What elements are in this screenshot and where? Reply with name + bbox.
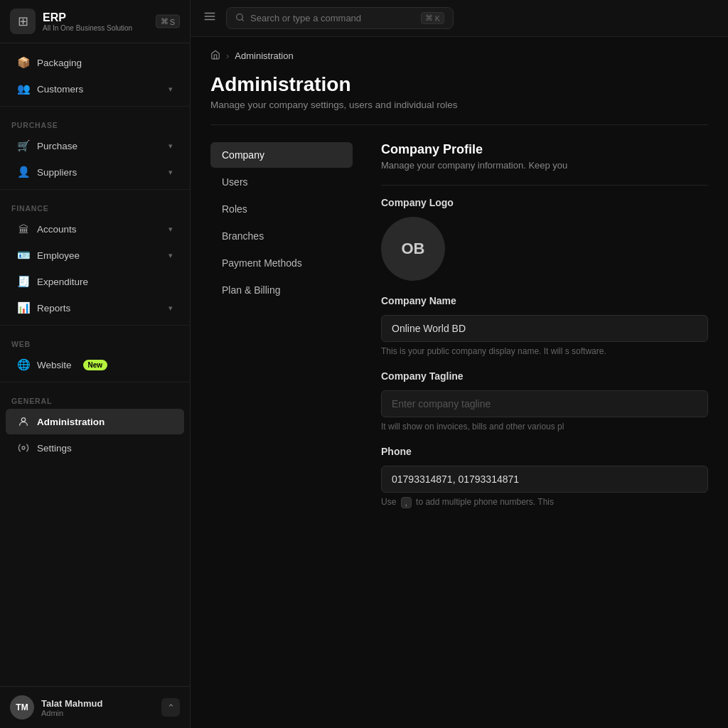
sidebar-item-label: Employee [37, 250, 80, 261]
divider [0, 325, 190, 326]
search-bar[interactable]: ⌘ K [226, 7, 454, 29]
chevron-down-icon: ▾ [168, 141, 173, 151]
app-logo-icon: ⊞ [10, 9, 36, 34]
company-name-group: Company Name This is your public company… [381, 295, 708, 356]
sidebar-navigation: 📦 Packaging 👥 Customers ▾ PURCHASE 🛒 Pur… [0, 43, 190, 686]
content-area: › Administration Administration Manage y… [191, 37, 728, 728]
app-tagline: All In One Business Solution [43, 24, 132, 32]
sidebar-item-administration[interactable]: Administration [6, 409, 184, 434]
search-icon [235, 13, 245, 24]
suppliers-icon: 👤 [17, 166, 30, 178]
new-badge: New [83, 360, 108, 370]
comma-badge: , [401, 497, 412, 508]
app-name: ERP [43, 11, 132, 24]
admin-nav-branches[interactable]: Branches [210, 223, 353, 249]
administration-icon [17, 415, 30, 428]
home-icon[interactable] [210, 50, 220, 62]
sidebar-item-label: Packaging [37, 58, 82, 68]
menu-icon[interactable] [203, 10, 216, 26]
admin-nav-plan-billing[interactable]: Plan & Billing [210, 277, 353, 303]
company-tagline-label: Company Tagline [381, 370, 708, 382]
company-phone-label: Phone [381, 446, 708, 457]
sidebar-item-purchase[interactable]: 🛒 Purchase ▾ [6, 133, 184, 159]
breadcrumb-separator: › [226, 50, 229, 61]
admin-nav: Company Users Roles Branches Payment Met… [210, 142, 353, 523]
app-logo-text: ERP All In One Business Solution [43, 11, 132, 32]
company-logo[interactable]: OB [381, 217, 445, 281]
settings-icon [17, 441, 30, 454]
sidebar-item-label: Administration [37, 417, 105, 427]
company-phone-input[interactable] [381, 466, 708, 493]
user-info: Talat Mahmud Admin [41, 698, 154, 717]
chevron-down-icon: ▾ [168, 168, 173, 177]
accounts-icon: 🏛 [17, 223, 30, 235]
company-tagline-group: Company Tagline It will show on invoices… [381, 370, 708, 432]
user-role: Admin [41, 709, 154, 717]
page-header: Administration Manage your company setti… [191, 62, 728, 124]
expenditure-icon: 🧾 [17, 275, 30, 288]
sidebar-item-label: Accounts [37, 224, 77, 235]
company-logo-label: Company Logo [381, 197, 708, 208]
company-logo-group: Company Logo OB [381, 197, 708, 281]
sidebar-item-label: Website [37, 360, 72, 370]
sidebar-item-label: Customers [37, 84, 83, 95]
user-expand-button[interactable]: ⌃ [161, 698, 180, 717]
user-footer: TM Talat Mahmud Admin ⌃ [0, 686, 190, 728]
sidebar-item-label: Reports [37, 303, 70, 314]
admin-body: Company Users Roles Branches Payment Met… [191, 125, 728, 540]
company-name-label: Company Name [381, 295, 708, 306]
sidebar-item-customers[interactable]: 👥 Customers ▾ [6, 76, 184, 102]
hint-suffix: to add multiple phone numbers. This [416, 497, 554, 507]
admin-nav-payment-methods[interactable]: Payment Methods [210, 250, 353, 276]
admin-nav-users[interactable]: Users [210, 169, 353, 195]
chevron-down-icon: ▾ [168, 304, 173, 313]
sidebar-item-label: Purchase [37, 141, 77, 151]
sidebar-shortcut: ⌘ S [156, 15, 180, 28]
company-name-input[interactable] [381, 315, 708, 342]
website-icon: 🌐 [17, 358, 30, 371]
user-name: Talat Mahmud [41, 698, 154, 709]
employee-icon: 🪪 [17, 249, 30, 262]
sidebar-item-label: Expenditure [37, 277, 88, 287]
hint-prefix: Use [381, 497, 396, 507]
sidebar-item-suppliers[interactable]: 👤 Suppliers ▾ [6, 159, 184, 185]
divider [0, 382, 190, 382]
chevron-down-icon: ▾ [168, 225, 173, 234]
packaging-icon: 📦 [17, 56, 30, 69]
company-phone-group: Phone Use , to add multiple phone number… [381, 446, 708, 508]
customers-icon: 👥 [17, 82, 30, 95]
sidebar-item-expenditure[interactable]: 🧾 Expenditure [6, 269, 184, 294]
avatar: TM [10, 695, 34, 719]
sidebar-item-label: Settings [37, 443, 72, 454]
search-input[interactable] [250, 13, 415, 23]
svg-point-1 [22, 446, 25, 449]
company-profile-desc: Manage your company information. Keep yo… [381, 160, 708, 171]
field-divider [381, 185, 708, 186]
sidebar-item-settings[interactable]: Settings [6, 435, 184, 461]
main-content: ⌘ K › Administration Administration Mana… [191, 0, 728, 728]
company-tagline-input[interactable] [381, 390, 708, 417]
divider [0, 106, 190, 107]
svg-point-0 [21, 418, 25, 422]
chevron-down-icon: ▾ [168, 251, 173, 260]
purchase-icon: 🛒 [17, 139, 30, 152]
sidebar-item-accounts[interactable]: 🏛 Accounts ▾ [6, 216, 184, 242]
company-name-hint: This is your public company display name… [381, 346, 708, 356]
divider [0, 189, 190, 190]
sidebar-item-label: Suppliers [37, 167, 77, 178]
svg-line-6 [242, 19, 243, 21]
sidebar-item-reports[interactable]: 📊 Reports ▾ [6, 295, 184, 321]
admin-nav-roles[interactable]: Roles [210, 196, 353, 222]
sidebar-item-website[interactable]: 🌐 Website New [6, 352, 184, 378]
breadcrumb-current: Administration [235, 50, 293, 61]
sidebar-item-employee[interactable]: 🪪 Employee ▾ [6, 242, 184, 268]
company-profile-title: Company Profile [381, 142, 708, 157]
chevron-down-icon: ▾ [168, 85, 173, 94]
company-phone-hint: Use , to add multiple phone numbers. Thi… [381, 497, 708, 508]
sidebar-item-packaging[interactable]: 📦 Packaging [6, 50, 184, 75]
shortcut-letter: S [170, 17, 175, 26]
admin-nav-company[interactable]: Company [210, 142, 353, 168]
page-title: Administration [210, 73, 708, 96]
sidebar: ⊞ ERP All In One Business Solution ⌘ S 📦… [0, 0, 191, 728]
section-finance: FINANCE [0, 194, 190, 215]
